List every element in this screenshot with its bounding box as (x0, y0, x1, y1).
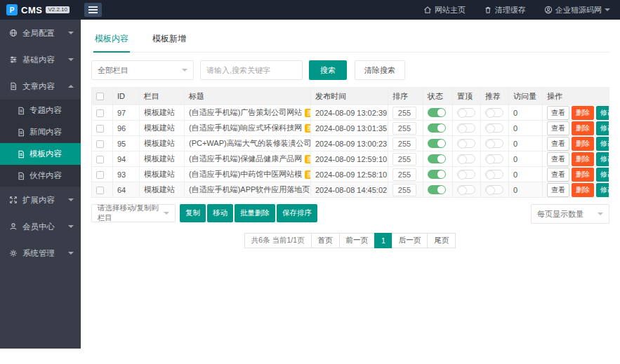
sidebar-item-extend-content[interactable]: 扩展内容 (0, 187, 81, 213)
sort-input[interactable] (393, 122, 416, 135)
trash-icon (484, 6, 492, 14)
recommend-toggle[interactable] (485, 185, 503, 194)
view-button[interactable]: 查看 (547, 137, 569, 151)
search-input[interactable] (200, 60, 303, 80)
delete-button[interactable]: 删除 (572, 106, 594, 120)
per-page-select[interactable]: 每页显示数量 (531, 204, 609, 224)
top-toggle[interactable] (457, 170, 475, 179)
status-toggle[interactable] (428, 154, 446, 163)
cell-datetime: 2024-08-09 13:00:23 (311, 136, 388, 151)
save-sort-button[interactable]: 保存排序 (277, 204, 317, 222)
edit-button[interactable]: 修改 (596, 183, 609, 197)
brand: P CMS V2.2.10 (0, 4, 81, 15)
category-select[interactable]: 全部栏目 (91, 60, 194, 80)
delete-button[interactable]: 删除 (572, 168, 594, 182)
sidebar-toggle-button[interactable] (84, 3, 102, 17)
top-toggle[interactable] (457, 108, 475, 117)
view-button[interactable]: 查看 (547, 152, 569, 166)
sort-input[interactable] (393, 137, 416, 150)
cell-views: 0 (509, 167, 543, 182)
batch-delete-button[interactable]: 批量删除 (235, 204, 275, 222)
cell-id: 93 (113, 167, 140, 182)
sidebar-item-global-config[interactable]: 全局配置 (0, 20, 81, 46)
sidebar-item-system-manage[interactable]: 系统管理 (0, 240, 81, 267)
top-toggle[interactable] (457, 123, 475, 133)
row-checkbox[interactable] (96, 187, 104, 194)
cell-title: (自适应手机端)响应式环保科技网图 (185, 121, 311, 136)
sidebar-item-partner-content[interactable]: 伙伴内容 (0, 165, 81, 187)
edit-button[interactable]: 修改 (596, 137, 609, 151)
status-toggle[interactable] (428, 123, 446, 133)
cell-datetime: 2024-08-09 13:01:35 (311, 121, 388, 136)
sidebar-item-template-content[interactable]: 模板内容 (0, 143, 81, 165)
view-button[interactable]: 查看 (547, 168, 569, 182)
table-row: 93 模板建站 (自适应手机端)中药馆中医网站模图 2024-08-09 12:… (92, 167, 609, 182)
topnav-account[interactable]: 企业猫源码网 (544, 5, 610, 15)
page-page-1[interactable]: 1 (374, 233, 393, 248)
globe-icon (9, 29, 18, 37)
recommend-toggle[interactable] (485, 170, 503, 179)
sidebar-submenu: 专题内容新闻内容模板内容伙伴内容 (0, 100, 81, 187)
delete-button[interactable]: 删除 (572, 137, 594, 151)
row-checkbox[interactable] (96, 140, 104, 148)
top-toggle[interactable] (457, 139, 475, 148)
sidebar-item-topic-content[interactable]: 专题内容 (0, 100, 81, 121)
search-button[interactable]: 搜索 (309, 60, 347, 80)
bulk-buttons: 复制移动批量删除保存排序 (180, 204, 317, 222)
page-next[interactable]: 后一页 (392, 233, 428, 248)
edit-button[interactable]: 修改 (596, 168, 609, 182)
cell-category: 模板建站 (140, 167, 185, 182)
select-all-checkbox[interactable] (96, 93, 104, 100)
move-button[interactable]: 移动 (207, 204, 233, 222)
recommend-toggle[interactable] (485, 139, 503, 148)
row-checkbox[interactable] (96, 156, 104, 163)
topnav-site-home[interactable]: 网站主页 (423, 5, 466, 15)
clear-search-button[interactable]: 清除搜索 (355, 60, 405, 80)
edit-button[interactable]: 修改 (596, 106, 609, 120)
sort-input[interactable] (393, 107, 416, 119)
recommend-toggle[interactable] (485, 154, 503, 163)
page-last[interactable]: 尾页 (427, 233, 456, 248)
sort-input[interactable] (393, 168, 416, 181)
chevron-down-icon (164, 212, 169, 215)
view-button[interactable]: 查看 (547, 121, 569, 135)
topnav-clear-cache[interactable]: 清理缓存 (484, 5, 526, 15)
recommend-toggle[interactable] (485, 108, 503, 117)
copy-button[interactable]: 复制 (180, 204, 206, 222)
file-icon (17, 128, 25, 137)
recommend-toggle[interactable] (485, 123, 503, 133)
row-checkbox[interactable] (96, 125, 104, 133)
sort-input[interactable] (393, 153, 416, 166)
tab-template-add[interactable]: 模板新增 (151, 27, 187, 52)
sidebar-item-article-content[interactable]: 文章内容 (0, 73, 81, 100)
view-button[interactable]: 查看 (547, 183, 569, 197)
row-checkbox[interactable] (96, 171, 104, 179)
page-first[interactable]: 首页 (311, 233, 340, 248)
delete-button[interactable]: 删除 (572, 152, 594, 166)
column-header: 排序 (388, 88, 423, 105)
status-toggle[interactable] (428, 185, 446, 194)
delete-button[interactable]: 删除 (572, 121, 594, 135)
sort-input[interactable] (393, 184, 416, 196)
status-toggle[interactable] (428, 170, 446, 179)
view-button[interactable]: 查看 (547, 106, 569, 120)
move-copy-select[interactable]: 请选择移动/复制到栏目 (91, 204, 176, 222)
move-copy-select-value: 请选择移动/复制到栏目 (98, 203, 164, 223)
cell-category: 模板建站 (140, 105, 185, 121)
edit-button[interactable]: 修改 (596, 121, 609, 135)
column-header: 推荐 (481, 88, 509, 105)
status-toggle[interactable] (428, 139, 446, 148)
sidebar-item-member-center[interactable]: 会员中心 (0, 213, 81, 240)
sidebar-item-news-content[interactable]: 新闻内容 (0, 121, 81, 143)
chevron-down-icon (68, 58, 74, 61)
content-table: ID栏目标题发布时间排序状态置顶推荐访问量操作 97 模板建站 (自适应手机端)… (91, 87, 609, 198)
sidebar-item-base-content[interactable]: 基础内容 (0, 46, 81, 73)
top-toggle[interactable] (457, 154, 475, 163)
delete-button[interactable]: 删除 (572, 183, 594, 197)
edit-button[interactable]: 修改 (596, 152, 609, 166)
tab-template-content[interactable]: 模板内容 (93, 27, 130, 53)
page-prev[interactable]: 前一页 (339, 233, 376, 248)
row-checkbox[interactable] (96, 109, 104, 117)
status-toggle[interactable] (428, 108, 446, 117)
top-toggle[interactable] (457, 185, 475, 194)
